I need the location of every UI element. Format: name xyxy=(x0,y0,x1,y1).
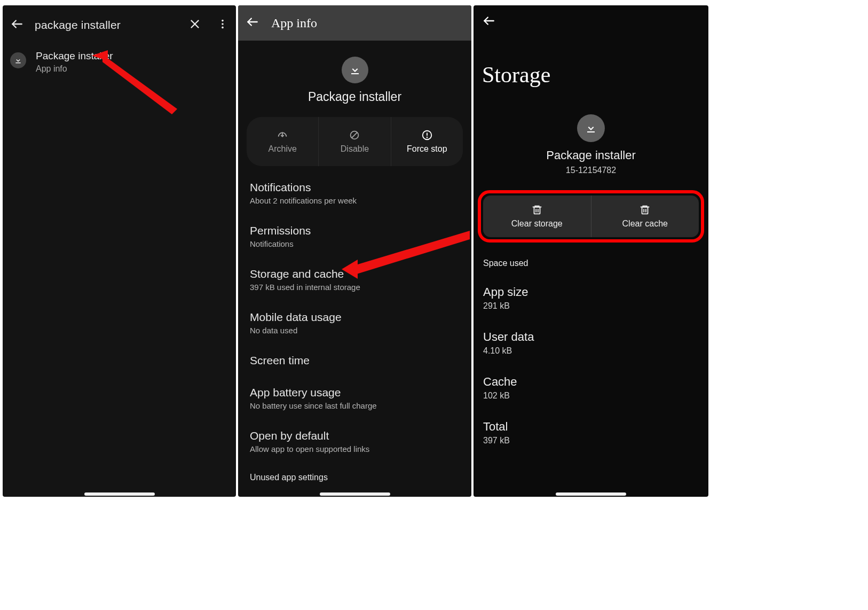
app-name: Package installer xyxy=(474,148,708,162)
page-title: Storage xyxy=(474,30,708,88)
permissions-item[interactable]: Permissions Notifications xyxy=(250,215,460,258)
svg-rect-16 xyxy=(587,131,595,132)
force-stop-button[interactable]: Force stop xyxy=(391,117,463,166)
clear-cache-button[interactable]: Clear cache xyxy=(591,195,699,237)
search-result-text: Package installer App info xyxy=(36,50,113,74)
archive-button[interactable]: Archive xyxy=(247,117,319,166)
home-indicator xyxy=(84,492,155,496)
svg-point-14 xyxy=(427,137,427,138)
result-subtitle: App info xyxy=(36,64,113,74)
search-bar: package installer xyxy=(3,5,236,45)
svg-point-4 xyxy=(222,23,224,25)
app-icon xyxy=(577,114,605,142)
page-title: App info xyxy=(271,16,317,30)
storage-cache-item[interactable]: Storage and cache 397 kB used in interna… xyxy=(250,258,460,301)
disable-button[interactable]: Disable xyxy=(319,117,391,166)
open-by-default-item[interactable]: Open by default Allow app to open suppor… xyxy=(250,420,460,463)
result-title: Package installer xyxy=(36,50,113,62)
download-icon xyxy=(10,52,26,68)
storage-stats: App size 291 kB User data 4.10 kB Cache … xyxy=(474,268,708,455)
more-icon[interactable] xyxy=(217,18,228,32)
svg-rect-8 xyxy=(351,73,359,74)
search-input[interactable]: package installer xyxy=(35,19,177,32)
svg-rect-6 xyxy=(15,62,20,63)
notifications-item[interactable]: Notifications About 2 notifications per … xyxy=(250,171,460,215)
app-name: Package installer xyxy=(238,90,471,104)
clear-icon[interactable] xyxy=(188,17,202,33)
total-item: Total 397 kB xyxy=(483,410,699,455)
unused-app-settings-label: Unused app settings xyxy=(238,463,471,482)
svg-rect-17 xyxy=(534,207,540,214)
home-indicator xyxy=(320,492,390,496)
search-result-item[interactable]: Package installer App info xyxy=(3,45,236,74)
screen-time-item[interactable]: Screen time xyxy=(250,345,460,377)
battery-usage-item[interactable]: App battery usage No battery use since l… xyxy=(250,377,460,420)
screen-search-settings: package installer Package installer App … xyxy=(3,5,236,497)
space-used-label: Space used xyxy=(474,243,708,268)
mobile-data-item[interactable]: Mobile data usage No data used xyxy=(250,301,460,345)
home-indicator xyxy=(556,492,626,496)
svg-line-11 xyxy=(352,132,358,138)
screen-storage: Storage Package installer 15-12154782 Cl… xyxy=(474,5,708,497)
settings-list: Notifications About 2 notifications per … xyxy=(238,166,471,463)
svg-point-5 xyxy=(222,27,224,29)
svg-rect-20 xyxy=(642,207,648,214)
screen-app-info: App info Package installer Archive Disab… xyxy=(238,5,471,497)
app-size-item: App size 291 kB xyxy=(483,276,699,320)
svg-point-3 xyxy=(222,20,224,22)
clear-buttons-highlight: Clear storage Clear cache xyxy=(478,190,704,243)
clear-storage-button[interactable]: Clear storage xyxy=(483,195,591,237)
back-icon[interactable] xyxy=(482,20,496,29)
app-info-header: App info xyxy=(238,5,471,41)
app-icon xyxy=(342,57,368,83)
user-data-item: User data 4.10 kB xyxy=(483,320,699,365)
app-version: 15-12154782 xyxy=(474,166,708,175)
cache-item: Cache 102 kB xyxy=(483,365,699,410)
back-icon[interactable] xyxy=(10,17,24,33)
back-icon[interactable] xyxy=(246,15,259,31)
storage-header xyxy=(474,5,708,30)
action-buttons: Archive Disable Force stop xyxy=(247,117,463,166)
